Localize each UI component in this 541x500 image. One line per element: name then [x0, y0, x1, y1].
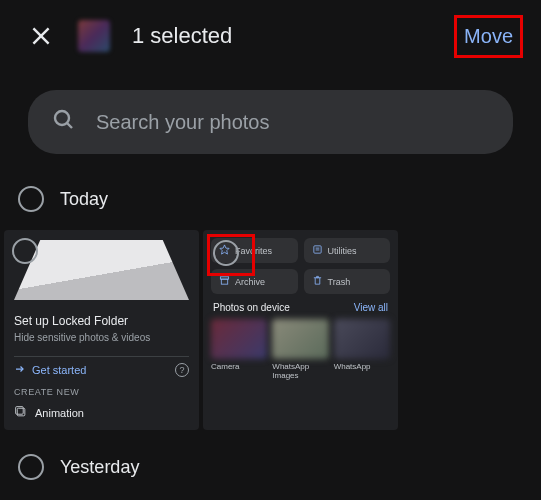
locked-folder-illustration — [14, 240, 189, 300]
locked-folder-card[interactable]: Set up Locked Folder Hide sensitive phot… — [4, 230, 199, 430]
device-folder-camera[interactable]: Camera — [211, 319, 267, 380]
folder-thumbnail — [272, 319, 328, 359]
library-card[interactable]: Favorites Utilities Archive Trash — [203, 230, 398, 430]
create-animation-button[interactable]: Animation — [14, 405, 189, 420]
svg-point-2 — [55, 111, 69, 125]
search-icon — [52, 108, 76, 136]
move-button-label: Move — [464, 25, 513, 47]
move-button[interactable]: Move — [464, 25, 513, 48]
archive-chip[interactable]: Archive — [211, 269, 298, 294]
device-folder-whatsapp[interactable]: WhatsApp — [334, 319, 390, 380]
section-yesterday: Yesterday — [0, 446, 541, 488]
utilities-label: Utilities — [328, 246, 357, 256]
select-yesterday-checkbox[interactable] — [18, 454, 44, 480]
svg-rect-12 — [221, 279, 227, 284]
arrow-right-icon — [14, 363, 26, 377]
utilities-chip[interactable]: Utilities — [304, 238, 391, 263]
archive-icon — [219, 275, 230, 288]
locked-folder-title: Set up Locked Folder — [14, 314, 189, 328]
help-icon[interactable]: ? — [175, 363, 189, 377]
search-placeholder: Search your photos — [96, 111, 269, 134]
get-started-button[interactable]: Get started — [14, 363, 86, 377]
utilities-icon — [312, 244, 323, 257]
section-today: Today — [0, 178, 541, 220]
archive-label: Archive — [235, 277, 265, 287]
folder-label: Camera — [211, 362, 267, 371]
today-label: Today — [60, 189, 108, 210]
search-input[interactable]: Search your photos — [28, 90, 513, 154]
folder-label: WhatsApp — [334, 362, 390, 371]
close-icon[interactable] — [28, 23, 54, 49]
get-started-label: Get started — [32, 364, 86, 376]
select-item-checkbox[interactable] — [12, 238, 38, 264]
folder-thumbnail — [211, 319, 267, 359]
trash-label: Trash — [328, 277, 351, 287]
favorites-label: Favorites — [235, 246, 272, 256]
animation-icon — [14, 405, 27, 420]
trash-icon — [312, 275, 323, 288]
view-all-button[interactable]: View all — [354, 302, 388, 313]
device-folder-whatsapp-images[interactable]: WhatsApp Images — [272, 319, 328, 380]
select-item-checkbox[interactable] — [213, 240, 239, 266]
folder-label: WhatsApp Images — [272, 362, 328, 380]
select-today-checkbox[interactable] — [18, 186, 44, 212]
svg-rect-8 — [313, 246, 320, 253]
selection-header: 1 selected Move — [0, 0, 541, 72]
animation-label: Animation — [35, 407, 84, 419]
selected-count: 1 selected — [132, 23, 448, 49]
svg-line-3 — [67, 123, 72, 128]
folder-thumbnail — [334, 319, 390, 359]
trash-chip[interactable]: Trash — [304, 269, 391, 294]
yesterday-label: Yesterday — [60, 457, 139, 478]
selected-thumbnail — [78, 20, 110, 52]
photos-on-device-label: Photos on device — [213, 302, 290, 313]
locked-folder-subtitle: Hide sensitive photos & videos — [14, 332, 189, 343]
create-new-header: CREATE NEW — [14, 387, 189, 397]
today-grid: Set up Locked Folder Hide sensitive phot… — [0, 230, 541, 430]
